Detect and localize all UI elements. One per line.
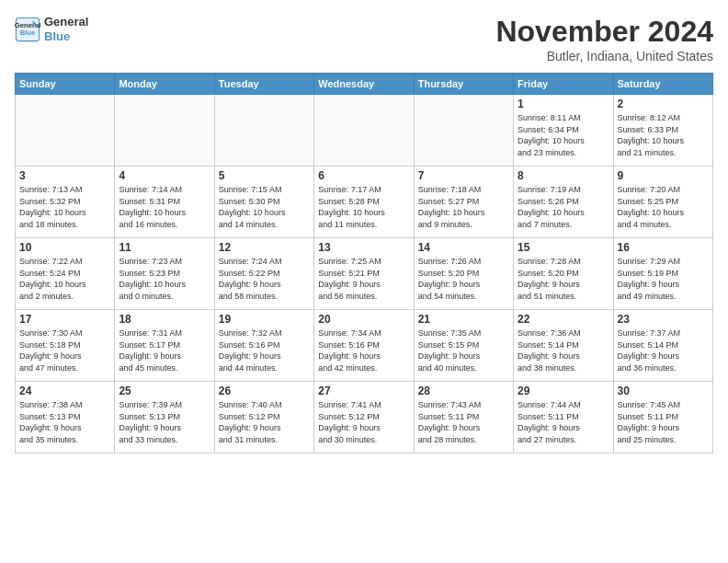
table-cell: 27Sunrise: 7:41 AM Sunset: 5:12 PM Dayli… — [314, 382, 414, 454]
day-info: Sunrise: 7:24 AM Sunset: 5:22 PM Dayligh… — [219, 256, 310, 302]
day-info: Sunrise: 7:31 AM Sunset: 5:17 PM Dayligh… — [119, 327, 210, 373]
title-block: November 2024 Butler, Indiana, United St… — [495, 15, 713, 63]
table-cell: 8Sunrise: 7:19 AM Sunset: 5:26 PM Daylig… — [514, 167, 613, 238]
day-info: Sunrise: 7:30 AM Sunset: 5:18 PM Dayligh… — [19, 327, 110, 373]
week-row-1: 1Sunrise: 8:11 AM Sunset: 6:34 PM Daylig… — [16, 95, 713, 167]
day-number: 24 — [19, 385, 110, 397]
table-cell: 16Sunrise: 7:29 AM Sunset: 5:19 PM Dayli… — [613, 238, 712, 310]
day-info: Sunrise: 7:23 AM Sunset: 5:23 PM Dayligh… — [119, 256, 210, 302]
table-cell: 15Sunrise: 7:28 AM Sunset: 5:20 PM Dayli… — [514, 238, 613, 310]
table-cell: 4Sunrise: 7:14 AM Sunset: 5:31 PM Daylig… — [115, 167, 214, 238]
header-monday: Monday — [115, 74, 214, 95]
day-info: Sunrise: 7:41 AM Sunset: 5:12 PM Dayligh… — [318, 399, 409, 445]
day-number: 1 — [518, 98, 609, 110]
table-cell: 3Sunrise: 7:13 AM Sunset: 5:32 PM Daylig… — [16, 167, 115, 238]
day-info: Sunrise: 7:20 AM Sunset: 5:25 PM Dayligh… — [618, 184, 709, 230]
week-row-5: 24Sunrise: 7:38 AM Sunset: 5:13 PM Dayli… — [16, 382, 713, 454]
day-number: 13 — [318, 241, 409, 254]
week-row-3: 10Sunrise: 7:22 AM Sunset: 5:24 PM Dayli… — [16, 238, 713, 310]
day-number: 2 — [618, 98, 709, 110]
day-number: 9 — [618, 169, 709, 182]
day-info: Sunrise: 7:43 AM Sunset: 5:11 PM Dayligh… — [418, 399, 509, 445]
day-info: Sunrise: 8:12 AM Sunset: 6:33 PM Dayligh… — [618, 112, 709, 158]
day-number: 12 — [219, 241, 310, 254]
table-cell: 2Sunrise: 8:12 AM Sunset: 6:33 PM Daylig… — [613, 95, 712, 167]
table-cell: 12Sunrise: 7:24 AM Sunset: 5:22 PM Dayli… — [214, 238, 313, 310]
calendar-page: General Blue General Blue November 2024 … — [0, 0, 728, 563]
day-number: 26 — [219, 385, 310, 397]
table-cell: 1Sunrise: 8:11 AM Sunset: 6:34 PM Daylig… — [514, 95, 613, 167]
day-number: 10 — [19, 241, 110, 254]
weekday-header-row: Sunday Monday Tuesday Wednesday Thursday… — [16, 74, 713, 95]
day-number: 15 — [518, 241, 609, 254]
table-cell: 22Sunrise: 7:36 AM Sunset: 5:14 PM Dayli… — [514, 310, 613, 382]
day-number: 5 — [219, 169, 310, 182]
page-header: General Blue General Blue November 2024 … — [15, 15, 713, 63]
day-number: 21 — [418, 313, 509, 326]
svg-text:Blue: Blue — [20, 29, 36, 37]
day-info: Sunrise: 7:13 AM Sunset: 5:32 PM Dayligh… — [19, 184, 110, 230]
table-cell: 25Sunrise: 7:39 AM Sunset: 5:13 PM Dayli… — [115, 382, 214, 454]
day-number: 22 — [518, 313, 609, 326]
day-info: Sunrise: 8:11 AM Sunset: 6:34 PM Dayligh… — [518, 112, 609, 158]
header-friday: Friday — [514, 74, 613, 95]
header-wednesday: Wednesday — [314, 74, 414, 95]
day-info: Sunrise: 7:38 AM Sunset: 5:13 PM Dayligh… — [19, 399, 110, 445]
header-sunday: Sunday — [16, 74, 115, 95]
header-tuesday: Tuesday — [214, 74, 313, 95]
table-cell: 26Sunrise: 7:40 AM Sunset: 5:12 PM Dayli… — [214, 382, 313, 454]
day-info: Sunrise: 7:39 AM Sunset: 5:13 PM Dayligh… — [119, 399, 210, 445]
day-info: Sunrise: 7:36 AM Sunset: 5:14 PM Dayligh… — [518, 327, 609, 373]
logo: General Blue General Blue — [15, 15, 88, 43]
table-cell: 11Sunrise: 7:23 AM Sunset: 5:23 PM Dayli… — [115, 238, 214, 310]
location: Butler, Indiana, United States — [495, 49, 713, 63]
day-info: Sunrise: 7:44 AM Sunset: 5:11 PM Dayligh… — [518, 399, 609, 445]
table-cell: 23Sunrise: 7:37 AM Sunset: 5:14 PM Dayli… — [613, 310, 712, 382]
day-number: 20 — [318, 313, 409, 326]
table-cell: 10Sunrise: 7:22 AM Sunset: 5:24 PM Dayli… — [16, 238, 115, 310]
day-number: 29 — [518, 385, 609, 397]
day-number: 30 — [618, 385, 709, 397]
day-number: 4 — [119, 169, 210, 182]
day-info: Sunrise: 7:26 AM Sunset: 5:20 PM Dayligh… — [418, 256, 509, 302]
day-number: 23 — [618, 313, 709, 326]
week-row-4: 17Sunrise: 7:30 AM Sunset: 5:18 PM Dayli… — [16, 310, 713, 382]
table-cell — [314, 95, 414, 167]
day-number: 6 — [318, 169, 409, 182]
day-number: 16 — [618, 241, 709, 254]
day-info: Sunrise: 7:40 AM Sunset: 5:12 PM Dayligh… — [219, 399, 310, 445]
day-info: Sunrise: 7:37 AM Sunset: 5:14 PM Dayligh… — [618, 327, 709, 373]
day-number: 25 — [119, 385, 210, 397]
table-cell: 9Sunrise: 7:20 AM Sunset: 5:25 PM Daylig… — [613, 167, 712, 238]
table-cell: 7Sunrise: 7:18 AM Sunset: 5:27 PM Daylig… — [414, 167, 513, 238]
day-info: Sunrise: 7:19 AM Sunset: 5:26 PM Dayligh… — [518, 184, 609, 230]
day-info: Sunrise: 7:45 AM Sunset: 5:11 PM Dayligh… — [618, 399, 709, 445]
day-info: Sunrise: 7:17 AM Sunset: 5:28 PM Dayligh… — [318, 184, 409, 230]
table-cell — [214, 95, 313, 167]
table-cell: 24Sunrise: 7:38 AM Sunset: 5:13 PM Dayli… — [16, 382, 115, 454]
month-title: November 2024 — [495, 15, 713, 49]
table-cell: 30Sunrise: 7:45 AM Sunset: 5:11 PM Dayli… — [613, 382, 712, 454]
calendar-table: Sunday Monday Tuesday Wednesday Thursday… — [15, 73, 713, 454]
day-info: Sunrise: 7:34 AM Sunset: 5:16 PM Dayligh… — [318, 327, 409, 373]
day-number: 18 — [119, 313, 210, 326]
week-row-2: 3Sunrise: 7:13 AM Sunset: 5:32 PM Daylig… — [16, 167, 713, 238]
table-cell: 28Sunrise: 7:43 AM Sunset: 5:11 PM Dayli… — [414, 382, 513, 454]
day-info: Sunrise: 7:29 AM Sunset: 5:19 PM Dayligh… — [618, 256, 709, 302]
day-number: 11 — [119, 241, 210, 254]
table-cell: 6Sunrise: 7:17 AM Sunset: 5:28 PM Daylig… — [314, 167, 414, 238]
table-cell: 21Sunrise: 7:35 AM Sunset: 5:15 PM Dayli… — [414, 310, 513, 382]
day-info: Sunrise: 7:28 AM Sunset: 5:20 PM Dayligh… — [518, 256, 609, 302]
header-saturday: Saturday — [613, 74, 712, 95]
table-cell — [115, 95, 214, 167]
day-number: 19 — [219, 313, 310, 326]
day-number: 7 — [418, 169, 509, 182]
day-info: Sunrise: 7:18 AM Sunset: 5:27 PM Dayligh… — [418, 184, 509, 230]
table-cell: 5Sunrise: 7:15 AM Sunset: 5:30 PM Daylig… — [214, 167, 313, 238]
day-info: Sunrise: 7:14 AM Sunset: 5:31 PM Dayligh… — [119, 184, 210, 230]
day-number: 3 — [19, 169, 110, 182]
day-number: 14 — [418, 241, 509, 254]
day-number: 8 — [518, 169, 609, 182]
table-cell: 14Sunrise: 7:26 AM Sunset: 5:20 PM Dayli… — [414, 238, 513, 310]
day-info: Sunrise: 7:35 AM Sunset: 5:15 PM Dayligh… — [418, 327, 509, 373]
